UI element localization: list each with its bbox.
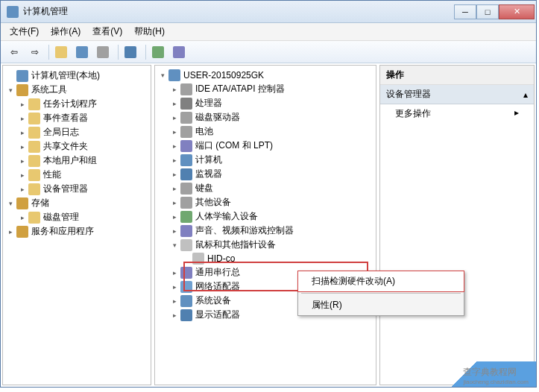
- expander-icon[interactable]: ▸: [18, 128, 27, 137]
- menu-file[interactable]: 文件(F): [4, 24, 45, 39]
- toolbar-btn-6[interactable]: [171, 43, 189, 61]
- left-tree-pane: 计算机管理(本地)▾系统工具▸任务计划程序▸事件查看器▸全局日志▸共享文件夹▸本…: [2, 65, 151, 385]
- actions-more[interactable]: 更多操作 ▸: [380, 104, 534, 123]
- expander-icon[interactable]: ▸: [170, 268, 179, 277]
- chevron-right-icon: ▸: [514, 107, 519, 120]
- expander-icon[interactable]: ▸: [170, 99, 179, 108]
- device-item-11[interactable]: ▾鼠标和其他指针设备: [157, 238, 374, 252]
- expander-icon[interactable]: ▸: [170, 184, 179, 193]
- device-item-2[interactable]: ▸磁盘驱动器: [157, 110, 374, 124]
- expander-icon[interactable]: ▸: [18, 213, 27, 222]
- node-label: 处理器: [195, 97, 222, 110]
- left-item-0-0[interactable]: ▸任务计划程序: [4, 97, 149, 111]
- ctx-scan-hardware[interactable]: 扫描检测硬件改动(A): [297, 271, 464, 292]
- device-tree-pane: ▾USER-20150925GK▸IDE ATA/ATAPI 控制器▸处理器▸磁…: [154, 65, 376, 385]
- watermark-line1: 查字典教程网: [463, 366, 529, 379]
- minimize-button[interactable]: ─: [454, 4, 476, 19]
- device-item-8[interactable]: ▸其他设备: [157, 195, 374, 209]
- left-group-2[interactable]: ▸服务和应用程序: [4, 224, 149, 238]
- node-icon: [28, 141, 40, 153]
- left-group-0[interactable]: ▾系统工具: [4, 83, 149, 97]
- node-icon: [28, 169, 40, 181]
- toolbar-separator: [48, 45, 49, 60]
- device-child-11-0[interactable]: HID-co: [157, 252, 374, 265]
- device-root[interactable]: ▾USER-20150925GK: [157, 69, 374, 82]
- expander-icon[interactable]: ▸: [170, 85, 179, 94]
- expander-icon[interactable]: ▸: [170, 142, 179, 151]
- expander-icon[interactable]: ▸: [18, 185, 27, 194]
- device-item-0[interactable]: ▸IDE ATA/ATAPI 控制器: [157, 82, 374, 96]
- device-item-5[interactable]: ▸计算机: [157, 153, 374, 167]
- close-button[interactable]: ✕: [499, 4, 535, 19]
- node-icon: [180, 211, 192, 223]
- forward-button[interactable]: ⇨: [26, 43, 44, 61]
- node-icon: [16, 70, 28, 82]
- expander-icon[interactable]: ▸: [6, 227, 15, 236]
- left-group-1[interactable]: ▾存储: [4, 196, 149, 210]
- device-item-6[interactable]: ▸监视器: [157, 167, 374, 181]
- maximize-button[interactable]: □: [476, 4, 499, 19]
- expander-icon[interactable]: ▾: [6, 86, 15, 95]
- node-icon: [180, 98, 192, 110]
- actions-sub-header[interactable]: 设备管理器 ▴: [380, 85, 534, 104]
- expander-icon[interactable]: ▾: [6, 199, 15, 208]
- toolbar-btn-1[interactable]: [54, 43, 72, 61]
- node-icon: [16, 197, 28, 209]
- left-item-0-6[interactable]: ▸设备管理器: [4, 182, 149, 196]
- left-item-0-5[interactable]: ▸性能: [4, 168, 149, 182]
- expander-icon[interactable]: ▸: [170, 311, 179, 320]
- expander-icon[interactable]: ▾: [170, 241, 179, 250]
- expander-icon[interactable]: ▸: [18, 114, 27, 123]
- expander-icon[interactable]: ▸: [18, 100, 27, 109]
- expander-icon[interactable]: ▸: [170, 170, 179, 179]
- device-item-7[interactable]: ▸键盘: [157, 181, 374, 195]
- expander-icon[interactable]: ▸: [170, 127, 179, 136]
- left-item-0-2[interactable]: ▸全局日志: [4, 125, 149, 139]
- device-item-10[interactable]: ▸声音、视频和游戏控制器: [157, 224, 374, 238]
- toolbar-btn-3[interactable]: [95, 43, 113, 61]
- device-item-1[interactable]: ▸处理器: [157, 96, 374, 110]
- ctx-properties[interactable]: 属性(R): [298, 295, 464, 315]
- node-label: 磁盘管理: [43, 211, 79, 224]
- left-item-1-0[interactable]: ▸磁盘管理: [4, 210, 149, 224]
- toolbar-btn-5[interactable]: [151, 43, 168, 61]
- expander-icon[interactable]: ▸: [170, 156, 179, 165]
- node-icon: [28, 98, 40, 110]
- expander-icon[interactable]: ▸: [170, 212, 179, 221]
- expander-icon[interactable]: ▸: [170, 113, 179, 122]
- expander-icon[interactable]: [6, 72, 15, 80]
- menu-view[interactable]: 查看(V): [86, 24, 128, 39]
- node-icon: [180, 112, 192, 124]
- left-item-0-3[interactable]: ▸共享文件夹: [4, 139, 149, 154]
- expander-icon[interactable]: ▸: [170, 227, 179, 235]
- expander-icon[interactable]: ▸: [18, 157, 27, 165]
- left-item-0-1[interactable]: ▸事件查看器: [4, 111, 149, 125]
- device-item-4[interactable]: ▸端口 (COM 和 LPT): [157, 139, 374, 153]
- node-label: 端口 (COM 和 LPT): [195, 139, 273, 152]
- node-icon: [16, 84, 28, 96]
- left-root[interactable]: 计算机管理(本地): [4, 69, 149, 83]
- node-label: 任务计划程序: [43, 98, 97, 110]
- back-button[interactable]: ⇦: [5, 43, 23, 61]
- toolbar-btn-4[interactable]: [123, 43, 141, 61]
- expander-icon[interactable]: ▾: [158, 71, 167, 80]
- ctx-separator: [301, 293, 461, 294]
- device-item-3[interactable]: ▸电池: [157, 124, 374, 139]
- expander-icon[interactable]: ▸: [170, 198, 179, 207]
- expander-icon[interactable]: ▸: [18, 171, 27, 180]
- node-label: 网络适配器: [195, 280, 240, 293]
- toolbar-btn-2[interactable]: [75, 43, 92, 61]
- expander-icon[interactable]: ▸: [170, 297, 179, 306]
- device-item-9[interactable]: ▸人体学输入设备: [157, 209, 374, 224]
- menu-help[interactable]: 帮助(H): [128, 24, 171, 39]
- expander-icon[interactable]: ▸: [170, 282, 179, 291]
- app-icon: [7, 6, 19, 18]
- menu-action[interactable]: 操作(A): [45, 24, 86, 39]
- collapse-icon: ▴: [523, 89, 528, 100]
- toolbar: ⇦ ⇨: [1, 41, 536, 63]
- watermark-line2: jiaocheng.chazidian.com: [463, 379, 529, 385]
- expander-icon[interactable]: [182, 254, 191, 263]
- node-icon: [180, 154, 192, 166]
- expander-icon[interactable]: ▸: [18, 142, 27, 151]
- left-item-0-4[interactable]: ▸本地用户和组: [4, 154, 149, 168]
